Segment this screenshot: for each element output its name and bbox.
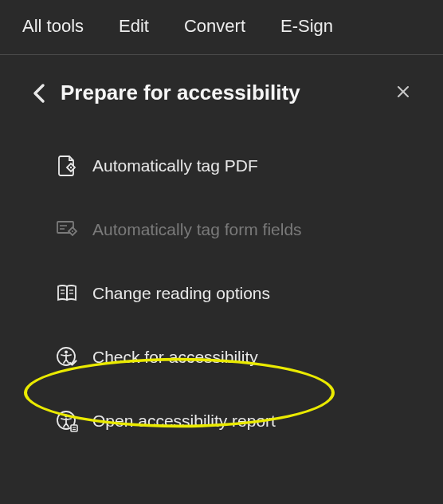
panel-header: Prepare for accessibility — [0, 55, 443, 113]
close-button[interactable] — [390, 81, 416, 105]
tag-form-icon — [56, 219, 78, 241]
menu-label: Automatically tag form fields — [92, 220, 302, 239]
svg-rect-15 — [71, 425, 77, 431]
menu-change-reading[interactable]: Change reading options — [56, 273, 424, 314]
accessibility-report-icon — [56, 410, 78, 432]
book-icon — [56, 282, 78, 305]
menu-label: Change reading options — [92, 284, 270, 303]
close-icon — [397, 85, 410, 98]
menu-label: Automatically tag PDF — [92, 156, 258, 175]
tab-esign[interactable]: E-Sign — [280, 16, 333, 37]
top-tabs: All tools Edit Convert E-Sign — [0, 0, 443, 55]
tab-all-tools[interactable]: All tools — [22, 16, 84, 37]
menu-check-accessibility[interactable]: Check for accessibility — [56, 337, 424, 378]
menu-label: Check for accessibility — [92, 348, 258, 367]
menu-label: Open accessibility report — [92, 411, 276, 431]
svg-point-6 — [72, 230, 73, 232]
svg-point-12 — [65, 351, 68, 354]
accessibility-check-icon — [56, 346, 78, 368]
tab-convert[interactable]: Convert — [184, 16, 245, 37]
chevron-left-icon — [32, 83, 46, 104]
tab-edit[interactable]: Edit — [119, 16, 149, 37]
back-button[interactable] — [32, 83, 46, 104]
svg-point-14 — [65, 415, 68, 418]
accessibility-menu: Automatically tag PDF Automatically tag … — [0, 113, 443, 442]
menu-open-report[interactable]: Open accessibility report — [56, 400, 424, 442]
tag-pdf-icon — [56, 155, 78, 177]
panel-title: Prepare for accessibility — [61, 81, 376, 105]
menu-auto-tag-form: Automatically tag form fields — [56, 209, 424, 250]
svg-point-2 — [70, 167, 72, 168]
menu-auto-tag-pdf[interactable]: Automatically tag PDF — [56, 145, 424, 187]
